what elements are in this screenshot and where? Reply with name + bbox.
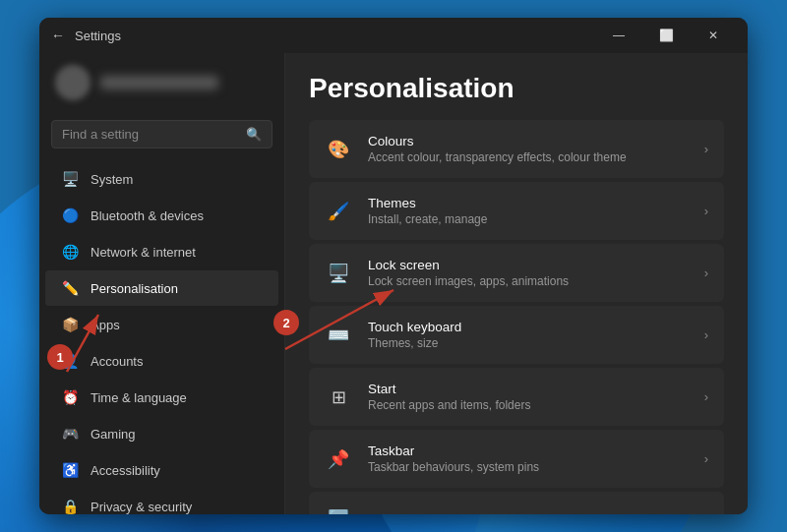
sidebar: Find a setting 🔍 🖥️ System 🔵 Bluetooth &… bbox=[39, 53, 285, 514]
settings-item-fonts[interactable]: 🔤 Fonts › bbox=[309, 492, 724, 514]
touchkeyboard-title: Touch keyboard bbox=[368, 320, 689, 334]
search-box[interactable]: Find a setting 🔍 bbox=[51, 120, 272, 148]
accessibility-icon: ♿ bbox=[61, 461, 79, 479]
sidebar-item-personalisation-label: Personalisation bbox=[91, 281, 178, 296]
sidebar-item-accessibility[interactable]: ♿ Accessibility bbox=[45, 452, 278, 488]
bluetooth-icon: 🔵 bbox=[61, 207, 79, 224]
window-title: Settings bbox=[75, 29, 596, 43]
right-panel: Personalisation 🎨 Colours Accent colour,… bbox=[285, 53, 748, 514]
touchkeyboard-chevron: › bbox=[704, 327, 708, 342]
settings-item-start[interactable]: ⊞ Start Recent apps and items, folders › bbox=[309, 368, 724, 426]
lockscreen-subtitle: Lock screen images, apps, animations bbox=[368, 274, 689, 288]
system-icon: 🖥️ bbox=[61, 170, 79, 188]
close-button[interactable]: ✕ bbox=[691, 20, 736, 51]
sidebar-item-accounts[interactable]: 👤 Accounts bbox=[45, 343, 278, 379]
start-chevron: › bbox=[704, 389, 708, 404]
themes-chevron: › bbox=[704, 204, 708, 218]
settings-list: 🎨 Colours Accent colour, transparency ef… bbox=[309, 120, 724, 514]
minimize-button[interactable]: — bbox=[596, 20, 641, 51]
user-name bbox=[100, 76, 218, 89]
lockscreen-icon: 🖥️ bbox=[325, 260, 352, 287]
annotation-2: 2 bbox=[273, 310, 299, 335]
taskbar-subtitle: Taskbar behaviours, system pins bbox=[368, 460, 689, 474]
sidebar-item-privacy[interactable]: 🔒 Privacy & security bbox=[45, 489, 278, 514]
taskbar-text: Taskbar Taskbar behaviours, system pins bbox=[368, 443, 689, 474]
colours-chevron: › bbox=[704, 142, 708, 156]
colours-title: Colours bbox=[368, 134, 689, 148]
colours-icon: 🎨 bbox=[325, 136, 352, 163]
sidebar-item-privacy-label: Privacy & security bbox=[91, 500, 192, 514]
sidebar-item-apps-label: Apps bbox=[91, 318, 120, 332]
personalisation-icon: ✏️ bbox=[61, 279, 79, 297]
fonts-icon: 🔤 bbox=[325, 505, 352, 514]
sidebar-item-network[interactable]: 🌐 Network & internet bbox=[45, 234, 278, 269]
search-icon: 🔍 bbox=[246, 127, 262, 142]
lockscreen-chevron: › bbox=[704, 266, 708, 280]
sidebar-item-apps[interactable]: 📦 Apps bbox=[45, 307, 278, 342]
lockscreen-title: Lock screen bbox=[368, 258, 689, 272]
sidebar-item-accounts-label: Accounts bbox=[91, 354, 143, 369]
sidebar-item-time[interactable]: ⏰ Time & language bbox=[45, 380, 278, 415]
sidebar-item-accessibility-label: Accessibility bbox=[91, 463, 160, 478]
settings-window: ← Settings — ⬜ ✕ Find a setting 🔍 bbox=[39, 18, 748, 514]
taskbar-chevron: › bbox=[704, 451, 708, 466]
settings-item-touchkeyboard[interactable]: ⌨️ Touch keyboard Themes, size › bbox=[309, 306, 724, 364]
network-icon: 🌐 bbox=[61, 243, 79, 261]
annotation-1: 1 bbox=[47, 344, 73, 370]
user-profile bbox=[39, 53, 284, 112]
sidebar-item-bluetooth[interactable]: 🔵 Bluetooth & devices bbox=[45, 198, 278, 233]
page-title: Personalisation bbox=[309, 53, 724, 120]
touchkeyboard-text: Touch keyboard Themes, size bbox=[368, 320, 689, 350]
sidebar-item-gaming[interactable]: 🎮 Gaming bbox=[45, 416, 278, 451]
settings-item-colours[interactable]: 🎨 Colours Accent colour, transparency ef… bbox=[309, 120, 724, 178]
settings-item-lockscreen[interactable]: 🖥️ Lock screen Lock screen images, apps,… bbox=[309, 244, 724, 302]
search-placeholder: Find a setting bbox=[62, 127, 238, 142]
start-icon: ⊞ bbox=[325, 384, 352, 411]
sidebar-item-personalisation[interactable]: ✏️ Personalisation bbox=[45, 270, 278, 306]
time-icon: ⏰ bbox=[61, 388, 79, 406]
back-button[interactable]: ← bbox=[51, 28, 65, 43]
sidebar-item-network-label: Network & internet bbox=[91, 245, 196, 260]
search-container: Find a setting 🔍 bbox=[39, 112, 284, 156]
start-subtitle: Recent apps and items, folders bbox=[368, 398, 689, 412]
maximize-button[interactable]: ⬜ bbox=[643, 20, 689, 51]
settings-item-taskbar[interactable]: 📌 Taskbar Taskbar behaviours, system pin… bbox=[309, 430, 724, 488]
window-controls: — ⬜ ✕ bbox=[596, 20, 736, 51]
colours-text: Colours Accent colour, transparency effe… bbox=[368, 134, 689, 164]
fonts-title: Fonts bbox=[368, 511, 689, 515]
lockscreen-text: Lock screen Lock screen images, apps, an… bbox=[368, 258, 689, 288]
sidebar-item-gaming-label: Gaming bbox=[91, 427, 136, 442]
colours-subtitle: Accent colour, transparency effects, col… bbox=[368, 150, 689, 164]
apps-icon: 📦 bbox=[61, 316, 79, 333]
sidebar-item-bluetooth-label: Bluetooth & devices bbox=[91, 208, 204, 223]
fonts-chevron: › bbox=[704, 512, 708, 515]
avatar bbox=[55, 65, 91, 100]
gaming-icon: 🎮 bbox=[61, 425, 79, 443]
themes-subtitle: Install, create, manage bbox=[368, 212, 689, 226]
sidebar-item-system-label: System bbox=[91, 172, 133, 187]
nav-list: 🖥️ System 🔵 Bluetooth & devices 🌐 Networ… bbox=[39, 156, 284, 514]
fonts-text: Fonts bbox=[368, 511, 689, 515]
taskbar-title: Taskbar bbox=[368, 443, 689, 458]
main-content: Find a setting 🔍 🖥️ System 🔵 Bluetooth &… bbox=[39, 53, 748, 514]
themes-icon: 🖌️ bbox=[325, 198, 352, 225]
privacy-icon: 🔒 bbox=[61, 498, 79, 514]
touchkeyboard-icon: ⌨️ bbox=[325, 322, 352, 349]
start-title: Start bbox=[368, 382, 689, 396]
touchkeyboard-subtitle: Themes, size bbox=[368, 336, 689, 350]
themes-text: Themes Install, create, manage bbox=[368, 196, 689, 226]
themes-title: Themes bbox=[368, 196, 689, 210]
settings-item-themes[interactable]: 🖌️ Themes Install, create, manage › bbox=[309, 182, 724, 240]
sidebar-item-system[interactable]: 🖥️ System bbox=[45, 161, 278, 197]
taskbar-icon: 📌 bbox=[325, 445, 352, 473]
sidebar-item-time-label: Time & language bbox=[91, 390, 187, 405]
title-bar: ← Settings — ⬜ ✕ bbox=[39, 18, 748, 53]
start-text: Start Recent apps and items, folders bbox=[368, 382, 689, 412]
